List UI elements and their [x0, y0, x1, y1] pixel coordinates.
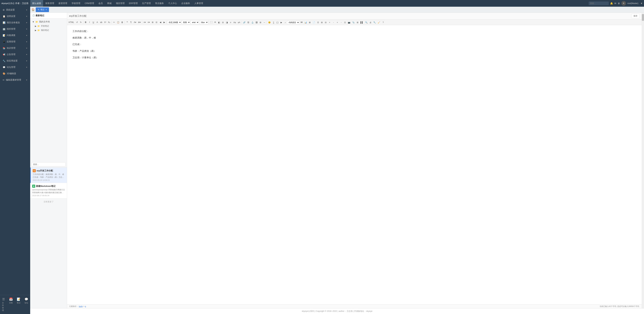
tb-col-del[interactable]: -	[339, 21, 343, 24]
video-btn[interactable]: ▶	[280, 21, 283, 24]
sidebar-item-1[interactable]: 📋说明设置 ▼	[0, 13, 30, 19]
user-avatar[interactable]: R	[621, 1, 626, 6]
nav-item-4[interactable]: CRM管理	[83, 0, 96, 7]
nav-item-8[interactable]: ERP管理	[127, 0, 140, 7]
italic-btn[interactable]: I	[88, 20, 92, 24]
search-replace-btn[interactable]: 🔍	[364, 21, 368, 24]
sidebar-item-5[interactable]: 📱应用管理 ▼	[0, 38, 30, 45]
top-search-input[interactable]	[589, 1, 609, 5]
fullscreen-btn[interactable]: ⛶	[210, 20, 213, 24]
bold-btn[interactable]: B	[84, 20, 88, 24]
nav-item-2[interactable]: 薪资管理	[56, 0, 69, 7]
save-button[interactable]: 保存	[631, 14, 640, 18]
audio-btn[interactable]: ♪	[283, 21, 287, 24]
indent-btn[interactable]: ⊞	[151, 20, 154, 24]
clean-btn[interactable]: 🧹	[377, 21, 381, 24]
align-left2-btn[interactable]: ◧	[217, 21, 221, 24]
ltr-btn[interactable]: Aa	[232, 21, 237, 24]
delete-btn[interactable]: 🗑	[120, 20, 124, 24]
link-btn[interactable]: 🔗	[242, 21, 246, 24]
tab-notes[interactable]: ✎ 笔记 ✕	[36, 7, 49, 12]
tb-cell-split[interactable]: ⊟	[324, 21, 328, 24]
file-upload-btn[interactable]: 📎	[351, 21, 356, 24]
code-lang-select[interactable]: 代码语言	[287, 21, 300, 24]
cut-btn[interactable]: ✂	[112, 20, 116, 24]
tb-border[interactable]: ⊡	[343, 21, 347, 24]
font-family-btn[interactable]: A▾	[133, 20, 137, 24]
nav-item-12[interactable]: 企业服务	[179, 0, 192, 7]
bottom-notes[interactable]: 📝 笔记	[15, 297, 22, 313]
project-notes-folder[interactable]: ▶ 📁 项目笔记	[30, 28, 67, 32]
html-btn[interactable]: HTML	[68, 20, 75, 24]
sidebar-item-11[interactable]: ✏编辑器素材管理 ▼	[0, 77, 30, 83]
home-icon[interactable]: 🏠	[32, 8, 35, 11]
insert-btn[interactable]: ⊕▾	[137, 20, 142, 24]
align-right2-btn[interactable]: ◨	[225, 21, 228, 24]
para-btn[interactable]: ¶	[129, 20, 133, 24]
qr-btn[interactable]: ⊞	[356, 21, 360, 24]
nav-item-0[interactable]: 默认桌面	[30, 0, 43, 7]
tb-col-add[interactable]: +	[336, 21, 339, 24]
unlink-btn[interactable]: ⛓	[246, 21, 250, 24]
nav-item-6[interactable]: 商城	[105, 0, 114, 7]
editor-scrollbar[interactable]	[642, 13, 644, 308]
tb-cell-merge[interactable]: ⊞	[320, 21, 324, 24]
bottom-calendar[interactable]: 📅 日程	[7, 297, 15, 313]
nav-item-11[interactable]: 个人中心	[166, 0, 179, 7]
user-label[interactable]: root(Master)	[628, 2, 638, 4]
my-folder[interactable]: ▼ 📁 我的文件夹	[30, 19, 67, 24]
barcode-btn[interactable]: ▌▌	[360, 21, 364, 24]
format-select[interactable]: 段落	[182, 20, 190, 24]
anchor-btn[interactable]: ⚓	[250, 21, 254, 24]
sidebar-item-3[interactable]: 🏢组织管理 ▼	[0, 26, 30, 32]
nav-item-10[interactable]: 售后服务	[153, 0, 166, 7]
print-btn[interactable]: 🖨	[368, 21, 372, 24]
math-btn[interactable]: ∑	[272, 21, 276, 24]
sidebar-item-9[interactable]: 💬论坛管理 ▼	[0, 64, 30, 70]
font-bg-btn[interactable]: ab	[99, 20, 103, 24]
nav-item-5[interactable]: 会员	[96, 0, 105, 7]
underline-btn[interactable]: U	[92, 20, 95, 24]
nav-item-3[interactable]: 学校管理	[70, 0, 82, 7]
map-btn[interactable]: 🗺	[300, 21, 304, 24]
note-item-1[interactable]: M 新建Markdown笔记 qweewqewqeewqe 阿斯顿撒旦啊撒旦且阿…	[30, 183, 67, 198]
code-btn[interactable]: { }	[276, 21, 279, 24]
superscript-btn[interactable]: X²	[103, 20, 107, 24]
font-color-btn[interactable]: A	[96, 20, 99, 24]
sidebar-item-6[interactable]: 📚知识管理 ▼	[0, 45, 30, 51]
align-left-btn[interactable]: ◀	[158, 20, 162, 24]
table-btn[interactable]: ⊞	[258, 21, 262, 24]
sidebar-item-10[interactable]: 🎨3D编辑器	[0, 70, 30, 77]
justify-btn[interactable]: ≡	[229, 21, 232, 24]
emotion-btn[interactable]: 😊	[267, 21, 272, 24]
bottom-forum[interactable]: 💬 论坛	[22, 297, 30, 313]
monitor-icon[interactable]: 🖥	[618, 2, 620, 5]
chart-btn[interactable]: 📊	[304, 21, 308, 24]
expand-icon[interactable]: ▼	[640, 2, 643, 5]
help-btn[interactable]: ?	[381, 21, 385, 24]
hr-btn[interactable]: ─	[262, 21, 266, 24]
tab-close-icon[interactable]: ✕	[46, 8, 47, 11]
element-path-p[interactable]: p	[85, 305, 86, 307]
heading-select[interactable]: 自定义标题 h1h2h3	[167, 20, 182, 24]
image-upload-btn[interactable]: 📷	[347, 21, 351, 24]
undo-btn[interactable]: ↺	[75, 20, 79, 24]
element-path-body[interactable]: body	[79, 305, 83, 307]
note-search-input[interactable]	[32, 162, 66, 166]
nav-item-1[interactable]: 财务管理	[44, 0, 56, 7]
bell-icon[interactable]: 🔔	[610, 2, 613, 5]
align-center-btn[interactable]: ⊟	[221, 21, 225, 24]
size-select[interactable]: 16px	[199, 20, 208, 24]
tb-row-del[interactable]: -	[332, 21, 335, 24]
editor-content[interactable]: 工作内容分配： 难易系数：易，中，难 已完成： 韦静：产品类别（易） 卫志强：计…	[67, 25, 642, 304]
sidebar-item-0[interactable]: ⚙系统设置 ▼	[0, 7, 30, 13]
outdent-btn[interactable]: ⊟	[155, 20, 158, 24]
word-count-btn[interactable]: 🔧	[372, 21, 377, 24]
copy-btn[interactable]: 📋	[116, 20, 120, 24]
sidebar-item-7[interactable]: 📢公告管理 ▼	[0, 51, 30, 58]
nav-item-7[interactable]: 项目管理	[114, 0, 126, 7]
dev-notes-folder[interactable]: ▶ 📁 开发笔记	[30, 24, 67, 28]
sidebar-item-8[interactable]: 🔧轻应用设置 ▼	[0, 58, 30, 64]
font-select[interactable]: arial	[190, 20, 199, 24]
sidebar-item-4[interactable]: 📝问卷调查 ▼	[0, 32, 30, 38]
